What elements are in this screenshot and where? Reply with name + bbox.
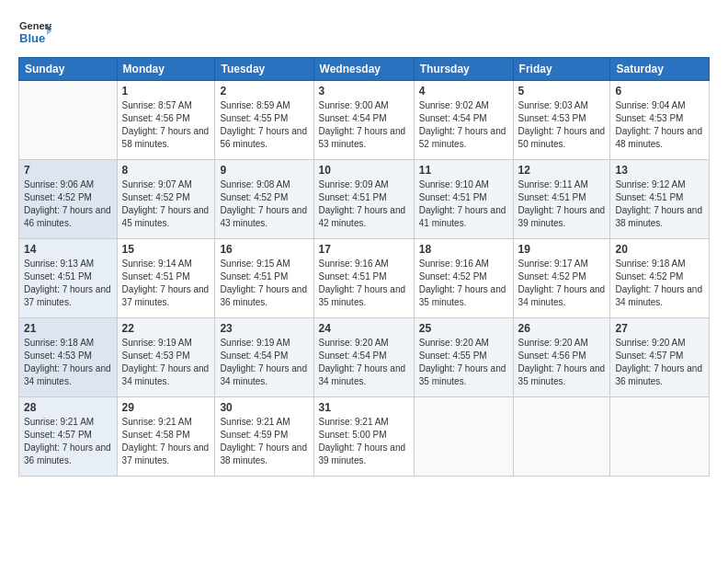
day-info: Sunrise: 9:02 AM Sunset: 4:54 PM Dayligh… <box>419 99 508 151</box>
daylight: Daylight: 7 hours and 35 minutes. <box>419 363 506 386</box>
sunset: Sunset: 4:53 PM <box>122 350 190 361</box>
day-info: Sunrise: 9:03 AM Sunset: 4:53 PM Dayligh… <box>518 99 606 151</box>
day-number: 13 <box>615 164 704 177</box>
day-info: Sunrise: 8:59 AM Sunset: 4:55 PM Dayligh… <box>220 99 308 151</box>
day-info: Sunrise: 9:16 AM Sunset: 4:51 PM Dayligh… <box>319 258 409 309</box>
sunrise: Sunrise: 9:16 AM <box>319 259 389 269</box>
day-number: 22 <box>122 322 210 335</box>
calendar-cell: 1 Sunrise: 8:57 AM Sunset: 4:56 PM Dayli… <box>117 81 215 160</box>
day-info: Sunrise: 9:20 AM Sunset: 4:56 PM Dayligh… <box>518 337 606 388</box>
calendar-cell: 12 Sunrise: 9:11 AM Sunset: 4:51 PM Dayl… <box>513 160 610 239</box>
sunset: Sunset: 4:51 PM <box>319 271 387 282</box>
calendar-cell: 11 Sunrise: 9:10 AM Sunset: 4:51 PM Dayl… <box>414 160 513 239</box>
day-number: 9 <box>220 164 308 177</box>
sunset: Sunset: 4:54 PM <box>319 113 387 123</box>
day-header-thursday: Thursday <box>414 58 513 81</box>
daylight: Daylight: 7 hours and 56 minutes. <box>220 126 307 149</box>
daylight: Daylight: 7 hours and 41 minutes. <box>419 205 506 228</box>
sunrise: Sunrise: 9:20 AM <box>615 338 685 348</box>
sunset: Sunset: 4:54 PM <box>319 350 387 361</box>
day-number: 27 <box>615 322 704 335</box>
calendar-cell: 6 Sunrise: 9:04 AM Sunset: 4:53 PM Dayli… <box>610 81 710 160</box>
calendar-cell: 19 Sunrise: 9:17 AM Sunset: 4:52 PM Dayl… <box>513 239 610 318</box>
daylight: Daylight: 7 hours and 39 minutes. <box>518 205 606 228</box>
day-number: 18 <box>419 243 508 256</box>
day-number: 1 <box>122 85 210 98</box>
day-number: 31 <box>319 401 409 414</box>
sunrise: Sunrise: 9:00 AM <box>319 100 389 110</box>
calendar-cell: 29 Sunrise: 9:21 AM Sunset: 4:58 PM Dayl… <box>117 397 215 477</box>
day-number: 5 <box>518 85 606 98</box>
day-info: Sunrise: 9:11 AM Sunset: 4:51 PM Dayligh… <box>518 178 606 230</box>
calendar-cell: 23 Sunrise: 9:19 AM Sunset: 4:54 PM Dayl… <box>215 318 313 397</box>
sunset: Sunset: 4:56 PM <box>122 113 190 123</box>
sunrise: Sunrise: 9:13 AM <box>24 259 94 269</box>
sunset: Sunset: 4:57 PM <box>615 350 683 361</box>
daylight: Daylight: 7 hours and 38 minutes. <box>220 442 307 465</box>
logo: General Blue <box>18 15 51 48</box>
sunrise: Sunrise: 9:20 AM <box>518 338 588 348</box>
sunrise: Sunrise: 9:11 AM <box>518 179 588 190</box>
sunset: Sunset: 4:55 PM <box>419 350 487 361</box>
calendar-header-row: SundayMondayTuesdayWednesdayThursdayFrid… <box>19 58 710 81</box>
calendar-week-2: 14 Sunrise: 9:13 AM Sunset: 4:51 PM Dayl… <box>19 239 710 318</box>
sunset: Sunset: 4:58 PM <box>122 430 190 440</box>
calendar-cell: 8 Sunrise: 9:07 AM Sunset: 4:52 PM Dayli… <box>117 160 215 239</box>
day-info: Sunrise: 9:18 AM Sunset: 4:52 PM Dayligh… <box>615 258 704 309</box>
sunrise: Sunrise: 9:20 AM <box>419 338 489 348</box>
sunset: Sunset: 4:54 PM <box>220 350 288 361</box>
daylight: Daylight: 7 hours and 34 minutes. <box>518 284 606 307</box>
calendar-cell: 20 Sunrise: 9:18 AM Sunset: 4:52 PM Dayl… <box>610 239 710 318</box>
calendar-week-1: 7 Sunrise: 9:06 AM Sunset: 4:52 PM Dayli… <box>19 160 710 239</box>
sunset: Sunset: 4:52 PM <box>518 271 586 282</box>
calendar-cell: 25 Sunrise: 9:20 AM Sunset: 4:55 PM Dayl… <box>414 318 513 397</box>
day-header-sunday: Sunday <box>19 58 118 81</box>
calendar-cell: 5 Sunrise: 9:03 AM Sunset: 4:53 PM Dayli… <box>513 81 610 160</box>
sunset: Sunset: 4:51 PM <box>24 271 92 282</box>
sunrise: Sunrise: 9:15 AM <box>220 259 290 269</box>
daylight: Daylight: 7 hours and 34 minutes. <box>24 363 111 386</box>
day-number: 4 <box>419 85 508 98</box>
day-info: Sunrise: 9:17 AM Sunset: 4:52 PM Dayligh… <box>518 258 606 309</box>
day-header-monday: Monday <box>117 58 215 81</box>
sunset: Sunset: 4:54 PM <box>419 113 487 123</box>
day-info: Sunrise: 9:21 AM Sunset: 4:59 PM Dayligh… <box>220 416 308 467</box>
day-number: 11 <box>419 164 508 177</box>
daylight: Daylight: 7 hours and 50 minutes. <box>518 126 606 149</box>
sunrise: Sunrise: 8:59 AM <box>220 100 290 110</box>
calendar-cell: 14 Sunrise: 9:13 AM Sunset: 4:51 PM Dayl… <box>19 239 118 318</box>
daylight: Daylight: 7 hours and 34 minutes. <box>319 363 406 386</box>
day-number: 19 <box>518 243 606 256</box>
daylight: Daylight: 7 hours and 34 minutes. <box>122 363 210 386</box>
calendar-cell: 9 Sunrise: 9:08 AM Sunset: 4:52 PM Dayli… <box>215 160 313 239</box>
day-header-tuesday: Tuesday <box>215 58 313 81</box>
calendar-cell: 15 Sunrise: 9:14 AM Sunset: 4:51 PM Dayl… <box>117 239 215 318</box>
calendar-week-0: 1 Sunrise: 8:57 AM Sunset: 4:56 PM Dayli… <box>19 81 710 160</box>
daylight: Daylight: 7 hours and 58 minutes. <box>122 126 210 149</box>
day-info: Sunrise: 9:13 AM Sunset: 4:51 PM Dayligh… <box>24 258 112 309</box>
day-info: Sunrise: 9:16 AM Sunset: 4:52 PM Dayligh… <box>419 258 508 309</box>
svg-text:Blue: Blue <box>19 31 45 45</box>
day-number: 23 <box>220 322 308 335</box>
calendar-cell: 21 Sunrise: 9:18 AM Sunset: 4:53 PM Dayl… <box>19 318 118 397</box>
sunset: Sunset: 4:52 PM <box>122 192 190 202</box>
day-info: Sunrise: 9:15 AM Sunset: 4:51 PM Dayligh… <box>220 258 308 309</box>
day-info: Sunrise: 9:06 AM Sunset: 4:52 PM Dayligh… <box>24 178 112 230</box>
sunset: Sunset: 4:56 PM <box>518 350 586 361</box>
day-number: 24 <box>319 322 409 335</box>
sunrise: Sunrise: 9:21 AM <box>319 417 389 427</box>
sunrise: Sunrise: 9:17 AM <box>518 259 588 269</box>
day-number: 10 <box>319 164 409 177</box>
day-info: Sunrise: 9:08 AM Sunset: 4:52 PM Dayligh… <box>220 178 308 230</box>
calendar-table: SundayMondayTuesdayWednesdayThursdayFrid… <box>18 57 710 477</box>
calendar-week-4: 28 Sunrise: 9:21 AM Sunset: 4:57 PM Dayl… <box>19 397 710 477</box>
daylight: Daylight: 7 hours and 36 minutes. <box>24 442 111 465</box>
page: General Blue SundayMondayTuesdayWednesda… <box>0 0 728 563</box>
calendar-cell: 26 Sunrise: 9:20 AM Sunset: 4:56 PM Dayl… <box>513 318 610 397</box>
daylight: Daylight: 7 hours and 35 minutes. <box>419 284 506 307</box>
header: General Blue <box>18 15 710 48</box>
sunset: Sunset: 4:52 PM <box>419 271 487 282</box>
sunset: Sunset: 4:52 PM <box>24 192 92 202</box>
daylight: Daylight: 7 hours and 38 minutes. <box>615 205 702 228</box>
day-number: 28 <box>24 401 112 414</box>
